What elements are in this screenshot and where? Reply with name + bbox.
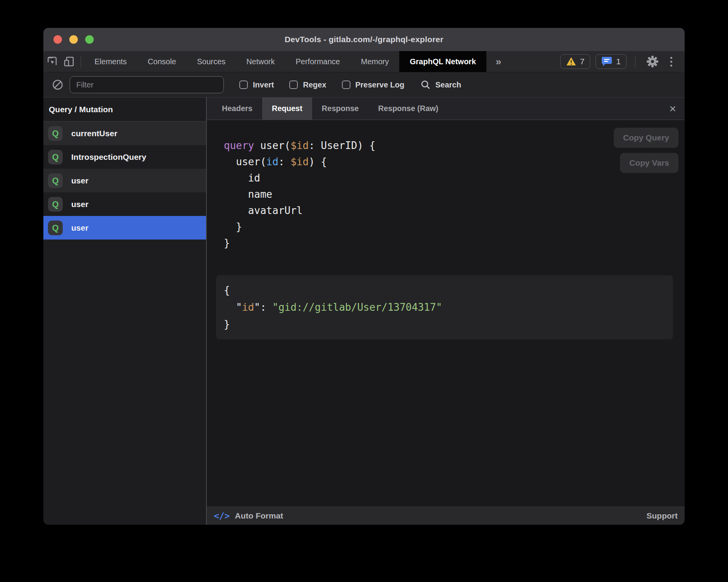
checkbox-preserve-log[interactable]: Preserve Log — [342, 80, 405, 89]
auto-format-label: Auto Format — [235, 511, 283, 520]
detail-tab-response-raw[interactable]: Response (Raw) — [368, 98, 448, 120]
query-type-badge: Q — [48, 221, 63, 235]
auto-format-button[interactable]: </> Auto Format — [214, 511, 283, 521]
query-type-badge: Q — [48, 173, 63, 188]
traffic-lights — [53, 28, 94, 51]
minimize-window-button[interactable] — [69, 35, 78, 44]
query-type-badge: Q — [48, 150, 63, 164]
detail-tab-response[interactable]: Response — [312, 98, 369, 120]
code-line: } — [224, 219, 685, 235]
tab-elements[interactable]: Elements — [84, 51, 137, 72]
copy-vars-button[interactable]: Copy Vars — [620, 153, 678, 173]
checkbox-box[interactable] — [289, 80, 298, 89]
code-line: } — [224, 316, 665, 333]
title-bar: DevTools - gitlab.com/-/graphql-explorer — [43, 28, 685, 51]
code-line: user(id: $id) { — [224, 154, 685, 170]
content-area: Query / Mutation QcurrentUserQIntrospect… — [43, 98, 685, 525]
detail-tab-bar: HeadersRequestResponseResponse (Raw) × — [207, 98, 685, 120]
close-detail-icon[interactable]: × — [661, 103, 685, 115]
filter-input[interactable] — [70, 76, 224, 93]
checkbox-label: Regex — [303, 80, 326, 89]
code-line: { — [224, 282, 665, 299]
tab-memory[interactable]: Memory — [350, 51, 399, 72]
checkbox-label: Preserve Log — [355, 80, 405, 89]
customize-devtools-kebab-icon[interactable] — [666, 55, 676, 69]
query-name-label: user — [71, 200, 88, 209]
main-tab-strip: ElementsConsoleSourcesNetworkPerformance… — [84, 51, 486, 72]
checkbox-box[interactable] — [239, 80, 248, 89]
query-type-badge: Q — [48, 197, 63, 212]
list-item-currentuser[interactable]: QcurrentUser — [43, 122, 206, 145]
code-line: } — [224, 235, 685, 251]
tab-network[interactable]: Network — [236, 51, 285, 72]
query-name-label: user — [71, 223, 88, 233]
search-button[interactable]: Search — [421, 80, 461, 90]
toolbar-right-cluster: 7 1 — [560, 51, 685, 72]
filter-checkbox-strip: InvertRegexPreserve Log — [224, 80, 404, 89]
checkbox-box[interactable] — [342, 80, 350, 89]
checkbox-regex[interactable]: Regex — [289, 80, 326, 89]
zoom-window-button[interactable] — [85, 35, 94, 44]
search-label: Search — [435, 80, 461, 89]
query-list: QcurrentUserQIntrospectionQueryQuserQuse… — [43, 122, 206, 240]
query-type-badge: Q — [48, 126, 63, 141]
badge-separator — [635, 56, 635, 67]
copy-query-button[interactable]: Copy Query — [614, 128, 678, 148]
code-brackets-icon: </> — [214, 511, 230, 521]
list-item-user[interactable]: Quser — [43, 192, 206, 216]
tab-console[interactable]: Console — [137, 51, 186, 72]
filter-bar: InvertRegexPreserve Log Search — [43, 72, 685, 98]
warning-icon — [566, 57, 576, 66]
clear-block-icon[interactable] — [51, 79, 64, 90]
issues-badge[interactable]: 1 — [596, 54, 627, 69]
code-line: "id": "gid://gitlab/User/13704317" — [224, 299, 665, 316]
list-item-user[interactable]: Quser — [43, 216, 206, 240]
query-name-label: user — [71, 176, 88, 185]
tab-performance[interactable]: Performance — [285, 51, 351, 72]
checkbox-invert[interactable]: Invert — [239, 80, 274, 89]
main-toolbar: ElementsConsoleSourcesNetworkPerformance… — [43, 51, 685, 72]
close-window-button[interactable] — [53, 35, 62, 44]
footer-bar: </> Auto Format Support — [207, 507, 685, 525]
list-item-introspectionquery[interactable]: QIntrospectionQuery — [43, 145, 206, 169]
more-tabs-chevron-icon[interactable]: » — [486, 51, 510, 72]
query-name-label: IntrospectionQuery — [71, 152, 146, 162]
checkbox-label: Invert — [253, 80, 274, 89]
code-line: id — [224, 170, 685, 186]
settings-gear-icon[interactable] — [644, 55, 661, 68]
window-title: DevTools - gitlab.com/-/graphql-explorer — [285, 35, 443, 44]
tab-graphql-network[interactable]: GraphQL Network — [399, 51, 486, 72]
code-line: name — [224, 186, 685, 202]
code-line: avatarUrl — [224, 202, 685, 219]
inspect-element-icon[interactable] — [43, 51, 60, 72]
graphql-query-code: query user($id: UserID) { user(id: $id) … — [224, 137, 685, 251]
toolbar-separator — [81, 56, 81, 67]
devtools-window: DevTools - gitlab.com/-/graphql-explorer… — [43, 28, 685, 525]
warnings-badge[interactable]: 7 — [560, 54, 591, 69]
search-icon — [421, 80, 431, 90]
query-name-label: currentUser — [71, 129, 117, 138]
warnings-count: 7 — [580, 57, 585, 66]
chat-bubble-icon — [601, 56, 612, 67]
query-list-header: Query / Mutation — [43, 98, 206, 122]
detail-tab-request[interactable]: Request — [262, 98, 312, 120]
support-link[interactable]: Support — [647, 511, 678, 520]
tab-sources[interactable]: Sources — [187, 51, 236, 72]
issues-count: 1 — [616, 57, 621, 66]
toggle-device-toolbar-icon[interactable] — [60, 51, 77, 72]
request-tab-body: query user($id: UserID) { user(id: $id) … — [207, 120, 685, 507]
request-detail-panel: HeadersRequestResponseResponse (Raw) × q… — [207, 98, 685, 525]
list-item-user[interactable]: Quser — [43, 169, 206, 192]
detail-tab-headers[interactable]: Headers — [212, 98, 262, 120]
query-list-panel: Query / Mutation QcurrentUserQIntrospect… — [43, 98, 206, 525]
detail-tab-strip: HeadersRequestResponseResponse (Raw) — [212, 98, 448, 120]
query-variables-box: { "id": "gid://gitlab/User/13704317"} — [216, 275, 673, 339]
